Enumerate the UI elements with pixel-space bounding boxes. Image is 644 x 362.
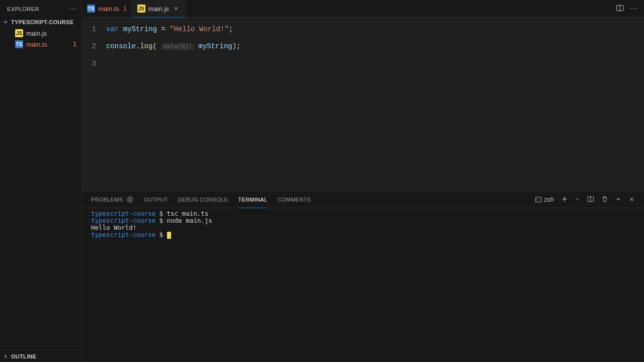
tab-label: main.ts	[98, 5, 119, 13]
chevron-right-icon	[2, 353, 9, 360]
line-number: 3	[82, 55, 106, 72]
ptab-label: OUTPUT	[144, 197, 168, 203]
explorer-header: EXPLORER ···	[0, 0, 82, 18]
outline-label: OUTLINE	[11, 353, 36, 359]
problems-count-badge: 1	[126, 196, 134, 203]
trash-icon[interactable]	[601, 196, 608, 204]
close-icon[interactable]	[172, 5, 180, 13]
panel-tab-terminal[interactable]: TERMINAL	[238, 192, 267, 208]
svg-rect-2	[536, 197, 541, 202]
main-area: TS main.ts 1 JS main.js ··· 1 var myStri…	[82, 0, 644, 362]
terminal-output: Hello World!	[91, 224, 635, 231]
split-terminal-icon[interactable]	[587, 196, 594, 204]
tab-bar: TS main.ts 1 JS main.js ···	[82, 0, 644, 18]
inlay-hint: data[0]:	[161, 43, 194, 50]
ts-file-icon: TS	[15, 40, 23, 48]
line-number: 2	[82, 38, 106, 55]
panel-tab-bar: PROBLEMS 1 OUTPUT DEBUG CONSOLE TERMINAL…	[82, 192, 644, 208]
tab-main-ts[interactable]: TS main.ts 1	[82, 0, 132, 17]
line-number: 1	[82, 21, 106, 38]
file-name: main.ts	[26, 41, 47, 48]
ts-file-icon: TS	[87, 5, 95, 13]
terminal-line: typescript-course $ tsc main.ts	[91, 210, 635, 217]
code-editor[interactable]: 1 var myString = "Hello World!"; 2 conso…	[82, 18, 644, 191]
close-panel-icon[interactable]	[628, 196, 635, 204]
explorer-title: EXPLORER	[7, 6, 39, 12]
folder-header[interactable]: TYPESCRIPT-COURSE	[0, 18, 82, 27]
panel-actions: zsh	[535, 196, 635, 204]
code-content: var myString = "Hello World!";	[106, 21, 233, 38]
chevron-down-icon	[2, 19, 9, 26]
terminal-line: typescript-course $ node main.js	[91, 217, 635, 224]
code-line-2: 2 console.log( data[0]: myString);	[82, 38, 644, 55]
file-main-ts[interactable]: TS main.ts 1	[0, 39, 82, 50]
code-line-3: 3	[82, 55, 644, 72]
chevron-down-icon[interactable]	[575, 197, 580, 203]
code-line-1: 1 var myString = "Hello World!";	[82, 21, 644, 38]
ptab-label: TERMINAL	[238, 197, 267, 203]
ellipsis-icon[interactable]: ···	[630, 4, 638, 13]
file-main-js[interactable]: JS main.js	[0, 28, 82, 39]
explorer-sidebar: EXPLORER ··· TYPESCRIPT-COURSE JS main.j…	[0, 0, 82, 362]
terminal-prompt-line: typescript-course $	[91, 231, 635, 239]
panel-tab-debug-console[interactable]: DEBUG CONSOLE	[178, 192, 228, 208]
shell-name: zsh	[544, 196, 554, 203]
terminal[interactable]: typescript-course $ tsc main.ts typescri…	[82, 208, 644, 362]
file-tree: JS main.js TS main.ts 1	[0, 27, 82, 50]
panel-tab-comments[interactable]: COMMENTS	[277, 192, 311, 208]
tab-spacer	[186, 0, 610, 17]
js-file-icon: JS	[137, 5, 145, 13]
cursor-icon	[167, 232, 171, 239]
panel-tab-output[interactable]: OUTPUT	[144, 192, 168, 208]
new-terminal-icon[interactable]	[561, 196, 568, 204]
bottom-panel: PROBLEMS 1 OUTPUT DEBUG CONSOLE TERMINAL…	[82, 191, 644, 362]
ptab-label: PROBLEMS	[91, 197, 123, 203]
folder-name: TYPESCRIPT-COURSE	[11, 19, 73, 25]
chevron-up-icon[interactable]	[615, 196, 621, 203]
file-name: main.js	[26, 30, 47, 37]
terminal-shell-indicator[interactable]: zsh	[535, 196, 554, 203]
code-content: console.log( data[0]: myString);	[106, 38, 240, 55]
tab-label: main.js	[148, 5, 169, 13]
ellipsis-icon[interactable]: ···	[69, 5, 77, 14]
error-count-badge: 1	[123, 5, 127, 12]
error-count-badge: 1	[73, 41, 76, 48]
js-file-icon: JS	[15, 29, 23, 37]
outline-section[interactable]: OUTLINE	[0, 350, 82, 362]
ptab-label: COMMENTS	[277, 197, 311, 203]
split-editor-icon[interactable]	[616, 4, 624, 14]
tab-main-js[interactable]: JS main.js	[132, 0, 186, 17]
panel-tab-problems[interactable]: PROBLEMS 1	[91, 192, 134, 208]
ptab-label: DEBUG CONSOLE	[178, 197, 228, 203]
editor-actions: ···	[610, 0, 644, 17]
